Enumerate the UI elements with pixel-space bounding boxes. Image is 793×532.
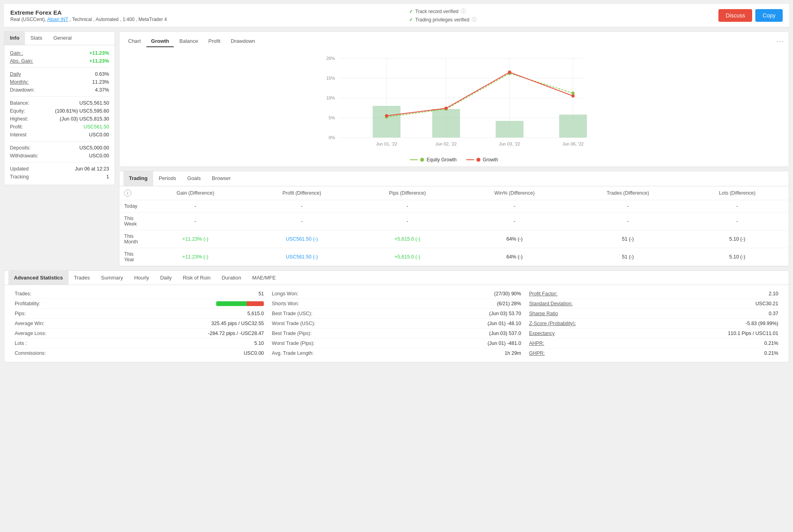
- interest-label: Interest: [10, 132, 27, 138]
- trading-tab-periods[interactable]: Periods: [153, 171, 182, 186]
- adv-tab-hourly[interactable]: Hourly: [129, 271, 155, 285]
- adv-profit-factor-row: Profit Factor: 2.10: [529, 289, 778, 299]
- verify-text-1: Track record verified: [415, 9, 459, 14]
- adv-ahpr-row: AHPR: 0.21%: [529, 339, 778, 348]
- chart-tab-chart[interactable]: Chart: [123, 36, 146, 47]
- info-icon-1[interactable]: ⓘ: [461, 8, 466, 15]
- adv-col-2: Longs Won: (27/30) 90% Shorts Won: (6/21…: [268, 289, 525, 358]
- copy-button[interactable]: Copy: [755, 9, 783, 22]
- chart-tab-profit[interactable]: Profit: [204, 36, 225, 47]
- week-gain: -: [143, 212, 248, 230]
- tracking-label: Tracking: [10, 174, 29, 180]
- advanced-statistics-card: Advanced Statistics Trades Summary Hourl…: [4, 270, 789, 362]
- updated-value: Jun 06 at 12:23: [75, 166, 109, 172]
- header: Extreme Forex EA Real (USCCent), Alpari …: [4, 4, 789, 27]
- adv-worst-trade-usc-label: Worst Trade (USC):: [272, 321, 315, 326]
- adv-std-dev-row: Standard Deviation: USC30.21: [529, 299, 778, 309]
- broker-link[interactable]: Alpari INT: [47, 17, 68, 22]
- col-header-profit: Profit (Difference): [248, 186, 356, 200]
- adv-worst-trade-pips-label: Worst Trade (Pips):: [272, 341, 314, 346]
- chart-tab-growth[interactable]: Growth: [146, 36, 174, 47]
- highest-value: (Jun 03) USC5,815.30: [60, 116, 109, 122]
- trading-tab-trading[interactable]: Trading: [123, 171, 153, 186]
- adv-tab-advanced-statistics[interactable]: Advanced Statistics: [8, 271, 69, 285]
- adv-best-trade-pips-label: Best Trade (Pips):: [272, 331, 311, 336]
- withdrawals-row: Withdrawals: USC0.00: [10, 152, 109, 160]
- svg-text:10%: 10%: [326, 96, 335, 100]
- gain-row: Gain : +11.23%: [10, 49, 109, 57]
- adv-longs-won-value: (27/30) 90%: [494, 291, 521, 297]
- year-pips: +5,615.0 (-): [356, 248, 459, 266]
- adv-std-dev-value: USC30.21: [755, 301, 778, 306]
- svg-point-25: [572, 92, 575, 95]
- adv-stats-grid: Trades: 51 Profitability: Pips: 5,615.0: [11, 289, 782, 358]
- year-win: 64% (-): [459, 248, 570, 266]
- adv-best-trade-usc-row: Best Trade (USC): (Jun 03) 53.70: [272, 309, 521, 319]
- adv-expectancy-row: Expectancy 110.1 Pips / USC11.01: [529, 329, 778, 339]
- adv-zscore-row: Z-Score (Probability): -5.83 (99.99%): [529, 319, 778, 329]
- verify-text-2: Trading privileges verified: [415, 17, 469, 23]
- tab-info[interactable]: Info: [4, 32, 25, 45]
- adv-shorts-won-value: (6/21) 28%: [497, 301, 521, 306]
- adv-tab-bar: Advanced Statistics Trades Summary Hourl…: [4, 271, 789, 285]
- stats-content: Gain : +11.23% Abs. Gain: +11.23% Daily …: [4, 45, 115, 185]
- adv-tab-duration[interactable]: Duration: [216, 271, 247, 285]
- trading-tab-browser[interactable]: Browser: [206, 171, 236, 186]
- tab-stats[interactable]: Stats: [25, 32, 48, 45]
- adv-tab-mae-mfe[interactable]: MAE/MFE: [247, 271, 281, 285]
- adv-avg-win-label: Average Win:: [15, 321, 44, 326]
- adv-best-trade-pips-row: Best Trade (Pips): (Jun 03) 537.0: [272, 329, 521, 339]
- legend-equity-label: Equity Growth: [426, 157, 456, 163]
- adv-zscore-label: Z-Score (Probability):: [529, 321, 576, 326]
- right-panel: Chart Growth Balance Profit Drawdown ···: [119, 31, 789, 270]
- adv-stats-content: Trades: 51 Profitability: Pips: 5,615.0: [4, 285, 789, 362]
- svg-text:20%: 20%: [326, 56, 335, 61]
- adv-tab-summary[interactable]: Summary: [96, 271, 129, 285]
- track-record-verify: ✓ Track record verified ⓘ: [409, 8, 476, 15]
- updated-label: Updated: [10, 166, 29, 172]
- adv-tab-daily[interactable]: Daily: [155, 271, 177, 285]
- chart-more-icon[interactable]: ···: [776, 37, 785, 46]
- discuss-button[interactable]: Discuss: [718, 9, 752, 22]
- today-lots: -: [686, 200, 789, 212]
- withdrawals-value: USC0.00: [89, 153, 109, 159]
- chart-tab-balance[interactable]: Balance: [175, 36, 203, 47]
- monthly-row: Monthly: 11.23%: [10, 78, 109, 86]
- tab-general[interactable]: General: [48, 32, 77, 45]
- adv-best-trade-pips-value: (Jun 03) 537.0: [489, 331, 521, 336]
- adv-sharpe-value: 0.37: [769, 311, 778, 316]
- equity-value: (100.61%) USC5,595.60: [55, 108, 109, 114]
- adv-shorts-won-row: Shorts Won: (6/21) 28%: [272, 299, 521, 309]
- col-header-lots: Lots (Difference): [686, 186, 789, 200]
- deposits-row: Deposits: USC5,000.00: [10, 144, 109, 152]
- profit-green-bar: [216, 301, 247, 306]
- drawdown-value: 4.37%: [95, 87, 109, 93]
- table-row: This Week - - - - - -: [119, 212, 789, 230]
- today-win: -: [459, 200, 570, 212]
- deposits-label: Deposits:: [10, 145, 31, 151]
- month-gain: +11.23% (-): [143, 230, 248, 248]
- daily-row: Daily 0.63%: [10, 70, 109, 78]
- tracking-value: 1: [106, 174, 109, 180]
- equity-label: Equity:: [10, 108, 25, 114]
- month-lots: 5.10 (-): [686, 230, 789, 248]
- account-subtitle: Real (USCCent), Alpari INT , Technical ,…: [10, 17, 167, 22]
- today-pips: -: [356, 200, 459, 212]
- balance-value: USC5,561.50: [79, 100, 109, 106]
- chart-tab-drawdown[interactable]: Drawdown: [226, 36, 260, 47]
- table-info-icon[interactable]: i: [124, 189, 131, 197]
- svg-text:Jun 01, '22: Jun 01, '22: [376, 142, 397, 146]
- svg-text:Jun 03, '22: Jun 03, '22: [499, 142, 520, 146]
- adv-tab-trades[interactable]: Trades: [69, 271, 96, 285]
- table-row: Today - - - - - -: [119, 200, 789, 212]
- trading-tab-goals[interactable]: Goals: [182, 171, 206, 186]
- adv-std-dev-label: Standard Deviation:: [529, 301, 573, 306]
- info-icon-2[interactable]: ⓘ: [472, 16, 476, 23]
- adv-commissions-row: Commissions: USC0.00: [15, 348, 264, 358]
- period-this-year: This Year: [119, 248, 143, 266]
- profitability-bar: [216, 301, 264, 306]
- adv-tab-risk-of-ruin[interactable]: Risk of Ruin: [177, 271, 216, 285]
- col-header-pips: Pips (Difference): [356, 186, 459, 200]
- adv-avg-loss-label: Average Loss:: [15, 331, 46, 336]
- adv-sharpe-row: Sharpe Ratio 0.37: [529, 309, 778, 319]
